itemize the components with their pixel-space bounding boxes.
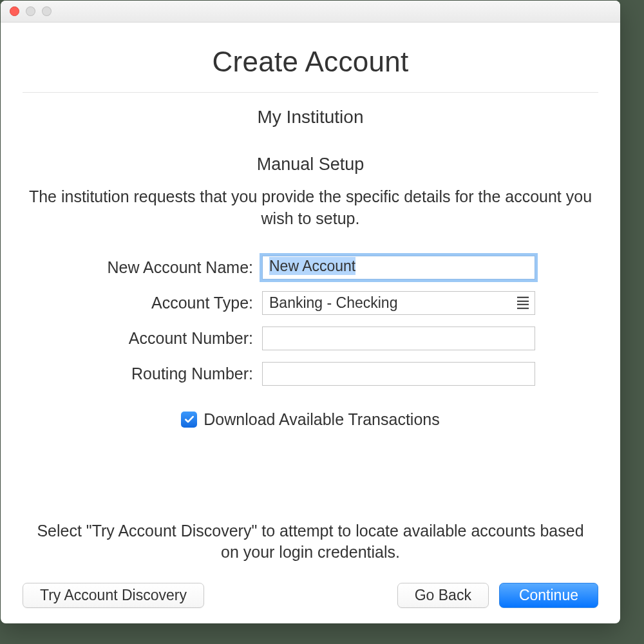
account-type-value: Banking - Checking — [262, 291, 535, 315]
account-type-select[interactable]: Banking - Checking — [262, 291, 535, 315]
account-number-input[interactable] — [262, 327, 535, 350]
discovery-help-text: Select "Try Account Discovery" to attemp… — [27, 520, 594, 564]
account-number-label: Account Number: — [23, 329, 253, 348]
account-name-row: New Account Name: New Account — [23, 256, 598, 279]
zoom-window-button[interactable] — [42, 6, 52, 16]
routing-number-row: Routing Number: — [23, 362, 598, 386]
titlebar — [1, 1, 620, 23]
try-account-discovery-button[interactable]: Try Account Discovery — [23, 583, 204, 608]
routing-number-label: Routing Number: — [23, 365, 253, 383]
account-name-label: New Account Name: — [23, 258, 253, 277]
continue-button[interactable]: Continue — [499, 583, 598, 608]
account-number-row: Account Number: — [23, 327, 598, 350]
description-text: The institution requests that you provid… — [27, 186, 594, 230]
account-type-label: Account Type: — [23, 294, 253, 312]
account-name-value: New Account — [269, 257, 355, 275]
divider — [23, 92, 598, 93]
download-transactions-checkbox[interactable] — [181, 412, 197, 428]
section-title: Manual Setup — [23, 155, 598, 175]
routing-number-input[interactable] — [262, 362, 535, 386]
account-name-input[interactable]: New Account — [262, 256, 535, 279]
institution-name: My Institution — [23, 107, 598, 128]
dialog-content: Create Account My Institution Manual Set… — [1, 23, 620, 623]
download-transactions-row: Download Available Transactions — [23, 410, 598, 429]
form: New Account Name: New Account Account Ty… — [23, 256, 598, 386]
button-bar: Try Account Discovery Go Back Continue — [23, 583, 598, 608]
close-window-button[interactable] — [10, 6, 19, 16]
spacer — [23, 435, 598, 520]
account-type-row: Account Type: Banking - Checking — [23, 291, 598, 315]
go-back-button[interactable]: Go Back — [397, 583, 489, 608]
download-transactions-label: Download Available Transactions — [204, 410, 439, 429]
check-icon — [184, 413, 195, 425]
minimize-window-button[interactable] — [26, 6, 35, 16]
page-title: Create Account — [23, 46, 598, 78]
dialog-window: Create Account My Institution Manual Set… — [1, 1, 620, 623]
